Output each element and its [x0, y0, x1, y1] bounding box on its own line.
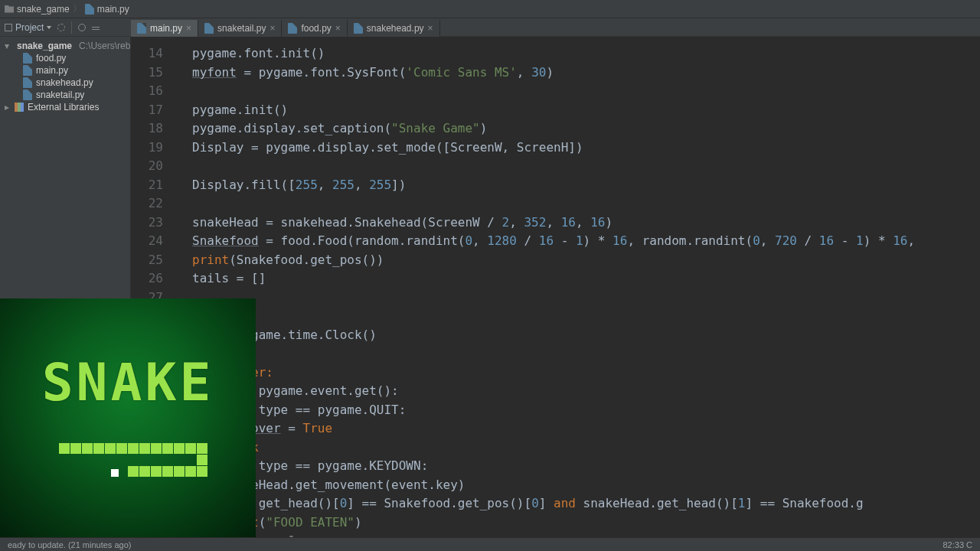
python-file-icon	[137, 23, 146, 34]
chevron-down-icon[interactable]: ▾	[5, 41, 9, 51]
breadcrumb-sep: 〉	[73, 2, 82, 15]
project-icon	[5, 24, 12, 31]
python-file-icon	[23, 77, 32, 88]
tree-file-label: snaketail.py	[36, 90, 84, 100]
tree-file[interactable]: snaketail.py	[0, 89, 130, 101]
breadcrumb: snake_game 〉 main.py	[0, 0, 980, 18]
tree-root-label: snake_game	[17, 41, 72, 51]
close-icon[interactable]: ×	[428, 23, 433, 34]
tab-label: food.py	[301, 23, 331, 34]
status-bar: eady to update. (21 minutes ago) 82:33 C	[0, 537, 980, 551]
tree-root[interactable]: ▾ snake_game C:\Users\rebba	[0, 40, 130, 52]
chevron-right-icon[interactable]: ▸	[5, 102, 11, 112]
target-icon[interactable]	[57, 24, 65, 31]
breadcrumb-project-label: snake_game	[17, 4, 70, 15]
snake-body-graphic	[44, 443, 212, 489]
breadcrumb-project[interactable]: snake_game	[5, 4, 70, 15]
project-label-text: Project	[15, 22, 44, 33]
breadcrumb-file[interactable]: main.py	[85, 4, 129, 15]
tree-file-label: food.py	[36, 53, 66, 64]
project-tool-header: Project	[0, 18, 131, 36]
breadcrumb-file-label: main.py	[97, 4, 129, 15]
tree-file[interactable]: food.py	[0, 52, 130, 64]
tool-row: Project main.py×snaketail.py×food.py×sna…	[0, 18, 980, 37]
tree-file[interactable]: snakehead.py	[0, 77, 130, 89]
tab-main-py[interactable]: main.py×	[131, 20, 198, 37]
python-file-icon	[204, 23, 214, 34]
status-left: eady to update. (21 minutes ago)	[8, 540, 131, 549]
gear-icon[interactable]	[78, 24, 86, 31]
close-icon[interactable]: ×	[186, 23, 191, 34]
close-icon[interactable]: ×	[270, 23, 275, 34]
tree-external[interactable]: ▸ External Libraries	[0, 101, 130, 113]
code-editor[interactable]: 14 15 16 17 18 19 20 21 22 23 24 25 26 2…	[131, 37, 980, 537]
divider	[71, 21, 72, 34]
close-icon[interactable]: ×	[335, 23, 341, 34]
python-file-icon	[85, 4, 94, 15]
editor-tabs: main.py×snaketail.py×food.py×snakehead.p…	[131, 18, 440, 37]
python-file-icon	[23, 90, 32, 100]
chevron-down-icon	[47, 26, 51, 29]
library-icon	[15, 103, 24, 112]
python-file-icon	[23, 53, 32, 64]
tree-external-label: External Libraries	[28, 102, 99, 112]
tab-snakehead-py[interactable]: snakehead.py×	[348, 20, 440, 37]
tree-file-label: main.py	[36, 65, 68, 76]
tab-label: snaketail.py	[217, 23, 266, 34]
folder-icon	[5, 5, 14, 13]
tree-file[interactable]: main.py	[0, 64, 130, 77]
tab-snaketail-py[interactable]: snaketail.py×	[198, 20, 282, 37]
tree-file-label: snakehead.py	[36, 77, 93, 88]
tab-label: snakehead.py	[367, 23, 424, 34]
tab-label: main.py	[150, 23, 182, 34]
hide-icon[interactable]	[92, 24, 100, 31]
snake-thumbnail: SNAKE	[0, 298, 256, 542]
status-right: 82:33 C	[942, 540, 972, 549]
tab-food-py[interactable]: food.py×	[282, 20, 347, 37]
snake-title: SNAKE	[42, 352, 214, 412]
python-file-icon	[354, 23, 363, 34]
code-area[interactable]: pygame.font.init() myfont = pygame.font.…	[174, 37, 980, 537]
project-tool-label[interactable]: Project	[5, 22, 51, 33]
python-file-icon	[23, 65, 32, 76]
python-file-icon	[288, 23, 297, 34]
